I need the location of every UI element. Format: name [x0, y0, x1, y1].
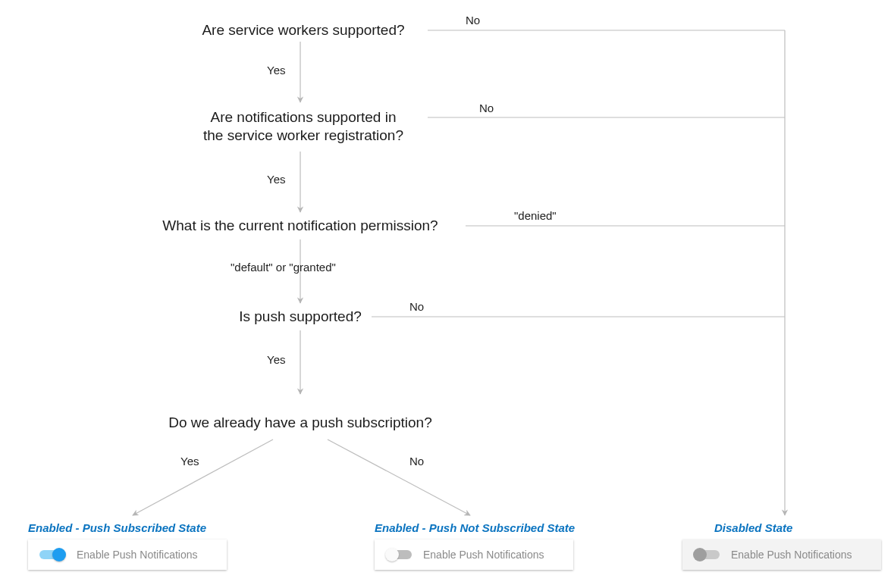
node-permission: What is the current notification permiss…: [136, 217, 464, 235]
state-not-subscribed-title: Enabled - Push Not Subscribed State: [375, 521, 575, 534]
svg-line-4: [133, 439, 273, 515]
state-subscribed-title: Enabled - Push Subscribed State: [28, 521, 206, 534]
node-notifications-supported: Are notifications supported in the servi…: [174, 108, 432, 145]
toggle-subscribed-label: Enable Push Notifications: [77, 549, 198, 561]
card-subscribed: Enable Push Notifications: [28, 540, 227, 570]
toggle-not-subscribed-label: Enable Push Notifications: [423, 549, 544, 561]
toggle-disabled-label: Enable Push Notifications: [731, 549, 852, 561]
edge-q2-yes: Yes: [267, 173, 285, 186]
flowchart: Are service workers supported? Are notif…: [0, 0, 894, 588]
node-have-subscription: Do we already have a push subscription?: [152, 414, 449, 432]
edge-q4-yes: Yes: [267, 353, 285, 366]
toggle-not-subscribed[interactable]: [385, 547, 412, 562]
edge-q5-yes: Yes: [180, 455, 199, 468]
card-disabled: Enable Push Notifications: [682, 540, 881, 570]
card-not-subscribed: Enable Push Notifications: [375, 540, 573, 570]
node-push-supported: Is push supported?: [227, 308, 373, 326]
node-service-workers: Are service workers supported?: [182, 21, 425, 39]
state-disabled-title: Disabled State: [714, 521, 792, 534]
edge-q4-no: No: [409, 300, 424, 313]
svg-line-5: [328, 439, 470, 515]
edge-q1-yes: Yes: [267, 64, 285, 77]
edge-q2-no: No: [479, 102, 494, 114]
flow-arrows: [0, 0, 894, 588]
edge-q5-no: No: [409, 455, 424, 468]
edge-q3-default: "default" or "granted": [231, 261, 336, 274]
edge-q1-no: No: [466, 14, 480, 27]
edge-q3-denied: "denied": [514, 209, 557, 222]
toggle-subscribed[interactable]: [39, 547, 66, 562]
toggle-disabled: [693, 547, 720, 562]
